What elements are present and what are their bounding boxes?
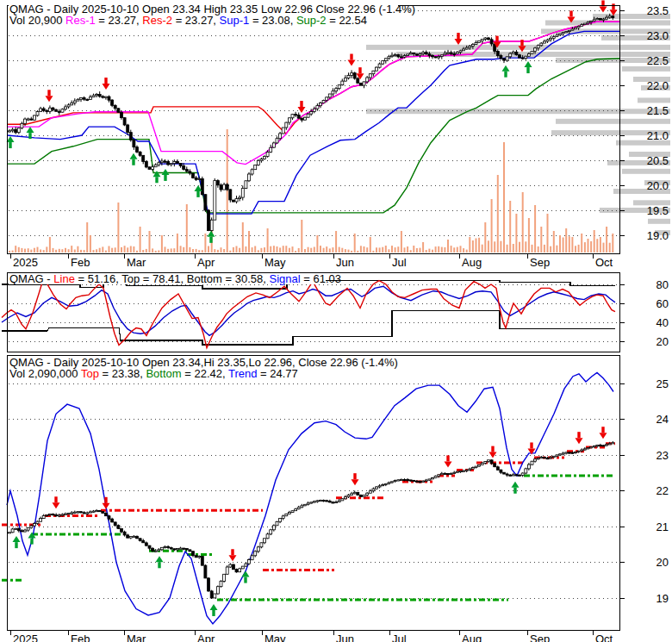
- y-axis-label: 21.5: [647, 104, 669, 117]
- x-axis-label: Apr: [197, 256, 215, 269]
- y-axis-label: 23.5: [647, 4, 669, 17]
- volume-by-price-bars: [366, 14, 670, 235]
- oscillator-header: QMAG - Line = 51.16, Top = 78.41, Bottom…: [9, 272, 341, 285]
- oscillator-line: [2, 280, 615, 348]
- oscillator-gridlines: [9, 284, 619, 341]
- price-panel-gridlines: [9, 10, 619, 235]
- x-axis-label: Feb: [71, 256, 90, 269]
- x-axis-label: Jun: [336, 256, 354, 269]
- x-axis-label: 2025: [13, 633, 38, 642]
- x-axis-label: Jul: [392, 256, 407, 269]
- x-axis-label: Mar: [127, 633, 146, 642]
- x-axis-label: May: [264, 256, 286, 269]
- y-axis-label: 20: [656, 556, 669, 569]
- charting-app-window: 23.523.022.522.021.521.020.520.019.519.0…: [0, 0, 672, 642]
- y-axis-label: 20.5: [647, 154, 669, 167]
- y-axis-label: 21.0: [647, 129, 669, 142]
- x-axis-label: 2025: [13, 256, 38, 269]
- res-2-line: [7, 22, 619, 134]
- res-1-line: [7, 22, 619, 164]
- price-panel-indicator-header: Vol 20,900 Res-1 = 23.27, Res-2 = 23.27,…: [9, 14, 367, 27]
- x-axis-label: Aug: [462, 633, 482, 642]
- y-axis-label: 22.0: [647, 79, 669, 92]
- trend-panel-indicator-header: Vol 2,090,000 Top = 23.38, Bottom = 22.4…: [9, 367, 298, 380]
- volume-bars: [9, 129, 613, 252]
- x-axis-label: May: [264, 633, 286, 642]
- x-axis-label: Oct: [595, 633, 613, 642]
- y-axis-label: 21: [656, 520, 669, 533]
- bottom-band-line: [2, 476, 615, 600]
- y-axis-label: 19.0: [647, 229, 669, 242]
- x-axis-label: Sep: [530, 256, 550, 269]
- x-axis-label: Mar: [127, 256, 146, 269]
- y-axis-label: 40: [656, 316, 669, 329]
- y-axis-label: 23.0: [647, 29, 669, 42]
- y-axis-label: 24: [656, 413, 669, 426]
- y-axis-label: 22: [656, 484, 669, 497]
- trend-panel-title: QMAG - Daily 2025-10-10 Open 23.34,Hi 23…: [9, 356, 398, 369]
- x-axis-label: Feb: [71, 633, 90, 642]
- y-axis-label: 25: [656, 377, 669, 390]
- trend-panel-candles: [9, 441, 614, 599]
- y-axis-label: 20.0: [647, 179, 669, 192]
- y-axis-label: 20: [656, 335, 669, 348]
- qmag-multi-panel-chart: 23.523.022.522.021.521.020.520.019.519.0…: [0, 0, 672, 642]
- x-axis-label: Jul: [392, 633, 407, 642]
- trend-line: [7, 373, 613, 624]
- x-axis-label: Apr: [197, 633, 215, 642]
- price-panel-title: QMAG - Daily 2025-10-10 Open 23.34 High …: [9, 3, 415, 16]
- chart-render-root: 23.523.022.522.021.521.020.520.019.519.0…: [2, 0, 670, 642]
- y-axis-label: 80: [656, 278, 669, 291]
- y-axis-label: 19: [656, 592, 669, 605]
- sup-2-line: [7, 59, 619, 213]
- x-axis-label: Oct: [595, 256, 613, 269]
- y-axis-label: 23: [656, 449, 669, 462]
- sup-1-line: [7, 31, 619, 214]
- y-axis-label: 60: [656, 297, 669, 310]
- price-signal-arrows: [7, 0, 618, 242]
- y-axis-label: 22.5: [647, 54, 669, 67]
- x-axis-label: Sep: [530, 633, 550, 642]
- x-axis-label: Jun: [336, 633, 354, 642]
- x-axis-label: Aug: [462, 256, 482, 269]
- trend-panel-gridlines: [9, 383, 619, 598]
- y-axis-label: 19.5: [647, 204, 669, 217]
